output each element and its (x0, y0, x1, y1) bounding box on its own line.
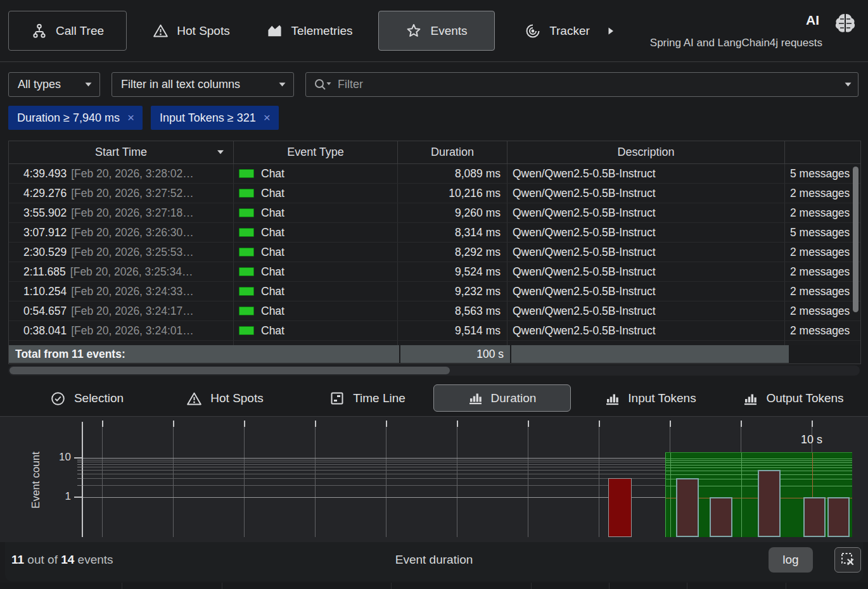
chat-type-icon (239, 208, 254, 217)
horizontal-scrollbar-track[interactable] (8, 365, 860, 376)
filter-chip[interactable]: Duration ≥ 7,940 ms× (8, 106, 143, 130)
chevron-down-icon[interactable] (845, 82, 852, 87)
event-row[interactable]: 2:30.529[Feb 20, 2026, 3:25:53…Chat8,292… (9, 243, 860, 262)
messages-cell: 2 messages (785, 243, 860, 262)
description-cell: Qwen/Qwen2.5-0.5B-Instruct (507, 243, 785, 262)
histogram-bar-selected[interactable] (758, 470, 781, 537)
view-tab-time-line[interactable]: Time Line (320, 388, 415, 409)
chat-type-icon (239, 228, 254, 237)
column-header-messages[interactable] (785, 141, 860, 163)
histogram-bar-selected[interactable] (827, 497, 850, 537)
start-time: 3:07.912 (23, 226, 67, 239)
x-axis-tick-label: 10 s (793, 433, 831, 446)
column-header-description[interactable]: Description (507, 141, 785, 163)
x-tick (173, 421, 174, 427)
events-total: 14 (61, 553, 74, 566)
start-time-cell: 4:39.493[Feb 20, 2026, 3:28:02… (9, 164, 234, 183)
tab-hot-spots[interactable]: Hot Spots (141, 11, 242, 51)
clear-selection-button[interactable] (834, 547, 861, 573)
ruler-tick (786, 583, 786, 589)
ruler-tick (391, 583, 392, 589)
start-date: [Feb 20, 2026, 3:24:33… (71, 285, 194, 298)
view-tab-hot-spots[interactable]: Hot Spots (177, 388, 272, 409)
start-time: 4:39.493 (23, 167, 67, 180)
column-filter-select[interactable]: Filter in all text columns (112, 72, 294, 97)
tab-label: Hot Spots (177, 24, 229, 38)
status-bar: 11 out of 14 events Event duration log (5, 542, 863, 581)
ruler-tick (687, 583, 687, 589)
view-tab-duration[interactable]: Duration (433, 384, 571, 412)
warning-triangle-icon (186, 391, 202, 407)
column-header-start-time[interactable]: Start Time (9, 141, 234, 163)
filter-chip[interactable]: Input Tokens ≥ 321× (151, 106, 279, 130)
duration-cell: 10,216 ms (398, 184, 507, 203)
histogram-icon (605, 391, 620, 406)
event-row[interactable]: 0:38.041[Feb 20, 2026, 3:24:01…Chat9,514… (9, 321, 860, 341)
event-row[interactable]: 3:55.902[Feb 20, 2026, 3:27:18…Chat9,260… (9, 203, 860, 223)
duration-cell: 9,260 ms (398, 203, 507, 222)
tab-label: Events (430, 24, 467, 38)
tab-events[interactable]: Events (378, 11, 495, 51)
start-time: 4:29.276 (23, 187, 67, 200)
event-row[interactable]: 1:10.254[Feb 20, 2026, 3:24:33…Chat9,232… (9, 282, 860, 301)
telemetries-icon (267, 23, 283, 39)
vertical-scrollbar[interactable] (853, 167, 858, 312)
remove-filter-icon[interactable]: × (127, 111, 134, 125)
description-cell: Qwen/Qwen2.5-0.5B-Instruct (507, 301, 785, 320)
description-cell: Qwen/Qwen2.5-0.5B-Instruct (507, 321, 785, 340)
total-filler (511, 345, 789, 363)
view-tab-input-tokens[interactable]: Input Tokens (591, 388, 710, 409)
y-grid-line-selected (666, 467, 852, 468)
event-type-cell: Chat (234, 262, 398, 281)
total-label: Total from 11 events: (9, 345, 399, 363)
histogram-bar-selected[interactable] (710, 497, 732, 537)
start-date: [Feb 20, 2026, 3:24:01… (71, 324, 194, 338)
histogram-bar-selected[interactable] (803, 497, 826, 537)
tracker-expand-icon[interactable] (607, 26, 615, 36)
description-cell: Qwen/Qwen2.5-0.5B-Instruct (507, 262, 785, 281)
search-icon (314, 78, 333, 92)
star-icon (405, 23, 422, 39)
y-minor-tick (77, 485, 82, 486)
column-filter-value: Filter in all text columns (121, 78, 240, 91)
column-header-duration[interactable]: Duration (398, 141, 507, 163)
y-tick-label: 10 (44, 451, 71, 464)
event-row[interactable]: 0:54.657[Feb 20, 2026, 3:24:17…Chat8,563… (9, 301, 860, 321)
description-cell: Qwen/Qwen2.5-0.5B-Instruct (507, 203, 785, 222)
event-row[interactable]: 2:11.685[Feb 20, 2026, 3:25:34…Chat9,524… (9, 262, 860, 282)
type-filter-value: All types (18, 78, 61, 91)
event-row[interactable]: 3:07.912[Feb 20, 2026, 3:26:30…Chat8,314… (9, 223, 860, 243)
duration-cell: 8,292 ms (398, 243, 507, 262)
view-tab-output-tokens[interactable]: Output Tokens (729, 388, 858, 409)
start-time-cell: 3:55.902[Feb 20, 2026, 3:27:18… (9, 203, 234, 222)
remove-filter-icon[interactable]: × (264, 111, 271, 125)
tracker-icon (525, 23, 541, 39)
view-tab-selection[interactable]: Selection (39, 388, 134, 409)
filter-search-box[interactable] (305, 72, 858, 97)
histogram-bar-selected[interactable] (676, 478, 699, 537)
filter-search-input[interactable] (336, 77, 838, 92)
tab-telemetries[interactable]: Telemetries (256, 11, 364, 51)
view-tab-label: Duration (491, 391, 537, 405)
type-filter-select[interactable]: All types (8, 72, 100, 97)
histogram-bar[interactable] (608, 478, 632, 537)
tab-label: Tracker (549, 24, 590, 38)
y-tick (74, 497, 82, 498)
log-scale-button[interactable]: log (769, 547, 813, 573)
start-date: [Feb 20, 2026, 3:25:53… (71, 246, 194, 259)
filter-chip-label: Input Tokens ≥ 321 (160, 111, 256, 125)
x-grid-line-selected (741, 453, 742, 537)
column-header-label: Event Type (287, 146, 344, 159)
event-row[interactable]: 4:29.276[Feb 20, 2026, 3:27:52…Chat10,21… (9, 184, 860, 203)
x-tick (741, 421, 742, 427)
tab-call-tree[interactable]: Call Tree (8, 11, 127, 51)
column-header-label: Start Time (95, 146, 147, 159)
column-header-event-type[interactable]: Event Type (234, 141, 398, 163)
chat-type-icon (239, 169, 254, 178)
event-row[interactable]: 4:39.493[Feb 20, 2026, 3:28:02…Chat8,089… (9, 164, 860, 184)
horizontal-scrollbar-thumb[interactable] (10, 367, 450, 374)
chevron-down-icon (279, 82, 286, 87)
y-minor-tick (77, 478, 82, 479)
messages-cell: 2 messages (785, 301, 860, 320)
event-type-cell: Chat (234, 184, 398, 203)
